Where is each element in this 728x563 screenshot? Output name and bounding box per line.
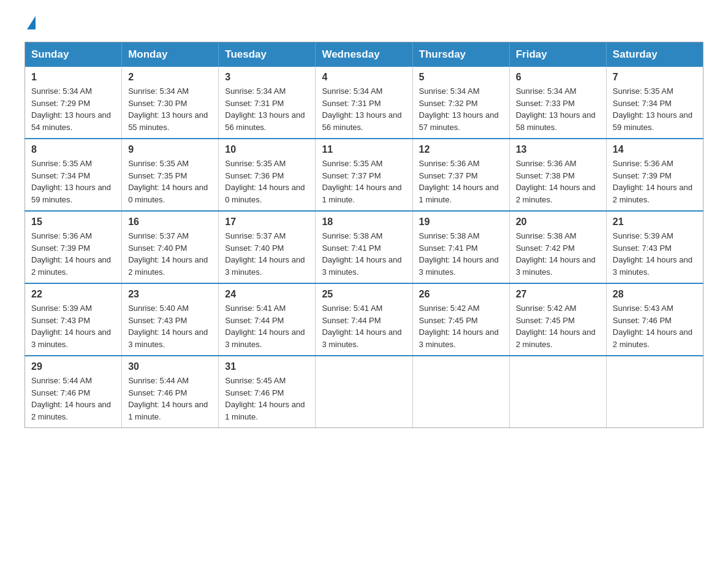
day-number: 26 [419, 289, 503, 300]
calendar-cell: 12 Sunrise: 5:36 AMSunset: 7:37 PMDaylig… [412, 139, 509, 211]
day-number: 16 [128, 216, 212, 228]
header-thursday: Thursday [412, 42, 509, 67]
day-info: Sunrise: 5:34 AMSunset: 7:32 PMDaylight:… [419, 86, 499, 132]
day-info: Sunrise: 5:37 AMSunset: 7:40 PMDaylight:… [128, 231, 208, 277]
calendar-cell [509, 356, 606, 428]
calendar-cell: 14 Sunrise: 5:36 AMSunset: 7:39 PMDaylig… [606, 139, 703, 211]
header-friday: Friday [509, 42, 606, 67]
day-number: 27 [516, 289, 600, 300]
logo [25, 18, 36, 29]
calendar-cell: 1 Sunrise: 5:34 AMSunset: 7:29 PMDayligh… [25, 67, 122, 139]
calendar-cell: 4 Sunrise: 5:34 AMSunset: 7:31 PMDayligh… [316, 67, 412, 139]
day-number: 18 [322, 216, 406, 228]
day-info: Sunrise: 5:37 AMSunset: 7:40 PMDaylight:… [225, 231, 305, 277]
calendar-cell: 20 Sunrise: 5:38 AMSunset: 7:42 PMDaylig… [509, 211, 606, 283]
day-info: Sunrise: 5:42 AMSunset: 7:45 PMDaylight:… [516, 304, 596, 349]
calendar-cell: 30 Sunrise: 5:44 AMSunset: 7:46 PMDaylig… [122, 356, 219, 428]
calendar-week-row: 8 Sunrise: 5:35 AMSunset: 7:34 PMDayligh… [25, 139, 703, 211]
day-info: Sunrise: 5:34 AMSunset: 7:30 PMDaylight:… [128, 86, 208, 132]
day-number: 13 [516, 144, 600, 155]
day-info: Sunrise: 5:42 AMSunset: 7:45 PMDaylight:… [419, 304, 499, 349]
day-number: 15 [31, 216, 115, 228]
day-info: Sunrise: 5:38 AMSunset: 7:41 PMDaylight:… [322, 231, 401, 277]
day-info: Sunrise: 5:34 AMSunset: 7:31 PMDaylight:… [225, 86, 305, 132]
day-info: Sunrise: 5:35 AMSunset: 7:35 PMDaylight:… [128, 159, 208, 204]
calendar-cell: 27 Sunrise: 5:42 AMSunset: 7:45 PMDaylig… [509, 283, 606, 356]
calendar-header-row: SundayMondayTuesdayWednesdayThursdayFrid… [25, 42, 703, 67]
day-number: 9 [128, 144, 212, 155]
day-number: 25 [322, 289, 406, 300]
header-wednesday: Wednesday [316, 42, 412, 67]
calendar-cell [316, 356, 412, 428]
day-info: Sunrise: 5:38 AMSunset: 7:41 PMDaylight:… [419, 231, 499, 277]
day-number: 8 [31, 144, 115, 155]
calendar-cell: 2 Sunrise: 5:34 AMSunset: 7:30 PMDayligh… [122, 67, 219, 139]
calendar-cell: 11 Sunrise: 5:35 AMSunset: 7:37 PMDaylig… [316, 139, 412, 211]
calendar-cell [412, 356, 509, 428]
calendar-cell: 31 Sunrise: 5:45 AMSunset: 7:46 PMDaylig… [219, 356, 316, 428]
day-number: 3 [225, 72, 309, 83]
day-number: 28 [613, 289, 697, 300]
day-number: 23 [128, 289, 212, 300]
day-info: Sunrise: 5:38 AMSunset: 7:42 PMDaylight:… [516, 231, 596, 277]
calendar-cell: 8 Sunrise: 5:35 AMSunset: 7:34 PMDayligh… [25, 139, 122, 211]
calendar-cell: 9 Sunrise: 5:35 AMSunset: 7:35 PMDayligh… [122, 139, 219, 211]
day-info: Sunrise: 5:44 AMSunset: 7:46 PMDaylight:… [128, 376, 208, 421]
day-number: 7 [613, 72, 697, 83]
calendar-cell: 24 Sunrise: 5:41 AMSunset: 7:44 PMDaylig… [219, 283, 316, 356]
calendar-week-row: 29 Sunrise: 5:44 AMSunset: 7:46 PMDaylig… [25, 356, 703, 428]
day-number: 20 [516, 216, 600, 228]
day-number: 17 [225, 216, 309, 228]
calendar-cell: 29 Sunrise: 5:44 AMSunset: 7:46 PMDaylig… [25, 356, 122, 428]
header-area [25, 18, 703, 29]
day-number: 24 [225, 289, 309, 300]
calendar-table: SundayMondayTuesdayWednesdayThursdayFrid… [25, 42, 703, 428]
calendar-cell: 18 Sunrise: 5:38 AMSunset: 7:41 PMDaylig… [316, 211, 412, 283]
day-info: Sunrise: 5:43 AMSunset: 7:46 PMDaylight:… [613, 304, 692, 349]
calendar-cell: 13 Sunrise: 5:36 AMSunset: 7:38 PMDaylig… [509, 139, 606, 211]
day-info: Sunrise: 5:36 AMSunset: 7:38 PMDaylight:… [516, 159, 596, 204]
calendar-cell: 5 Sunrise: 5:34 AMSunset: 7:32 PMDayligh… [412, 67, 509, 139]
day-number: 29 [31, 361, 115, 372]
calendar-cell: 26 Sunrise: 5:42 AMSunset: 7:45 PMDaylig… [412, 283, 509, 356]
day-number: 2 [128, 72, 212, 83]
calendar-cell: 28 Sunrise: 5:43 AMSunset: 7:46 PMDaylig… [606, 283, 703, 356]
day-info: Sunrise: 5:41 AMSunset: 7:44 PMDaylight:… [225, 304, 305, 349]
day-info: Sunrise: 5:36 AMSunset: 7:39 PMDaylight:… [613, 159, 692, 204]
calendar-cell: 21 Sunrise: 5:39 AMSunset: 7:43 PMDaylig… [606, 211, 703, 283]
calendar-cell: 16 Sunrise: 5:37 AMSunset: 7:40 PMDaylig… [122, 211, 219, 283]
day-info: Sunrise: 5:34 AMSunset: 7:33 PMDaylight:… [516, 86, 596, 132]
day-number: 6 [516, 72, 600, 83]
header-monday: Monday [122, 42, 219, 67]
day-info: Sunrise: 5:35 AMSunset: 7:34 PMDaylight:… [613, 86, 692, 132]
calendar-week-row: 1 Sunrise: 5:34 AMSunset: 7:29 PMDayligh… [25, 67, 703, 139]
day-number: 12 [419, 144, 503, 155]
day-info: Sunrise: 5:39 AMSunset: 7:43 PMDaylight:… [613, 231, 692, 277]
day-number: 22 [31, 289, 115, 300]
calendar-week-row: 15 Sunrise: 5:36 AMSunset: 7:39 PMDaylig… [25, 211, 703, 283]
calendar-cell: 25 Sunrise: 5:41 AMSunset: 7:44 PMDaylig… [316, 283, 412, 356]
day-info: Sunrise: 5:36 AMSunset: 7:39 PMDaylight:… [31, 231, 111, 277]
calendar-cell: 23 Sunrise: 5:40 AMSunset: 7:43 PMDaylig… [122, 283, 219, 356]
day-info: Sunrise: 5:40 AMSunset: 7:43 PMDaylight:… [128, 304, 208, 349]
day-number: 21 [613, 216, 697, 228]
calendar-cell: 10 Sunrise: 5:35 AMSunset: 7:36 PMDaylig… [219, 139, 316, 211]
calendar-cell: 15 Sunrise: 5:36 AMSunset: 7:39 PMDaylig… [25, 211, 122, 283]
calendar-cell: 6 Sunrise: 5:34 AMSunset: 7:33 PMDayligh… [509, 67, 606, 139]
day-number: 30 [128, 361, 212, 372]
day-info: Sunrise: 5:35 AMSunset: 7:36 PMDaylight:… [225, 159, 305, 204]
day-number: 5 [419, 72, 503, 83]
calendar-cell [606, 356, 703, 428]
calendar-cell: 7 Sunrise: 5:35 AMSunset: 7:34 PMDayligh… [606, 67, 703, 139]
day-info: Sunrise: 5:44 AMSunset: 7:46 PMDaylight:… [31, 376, 111, 421]
header-tuesday: Tuesday [219, 42, 316, 67]
day-info: Sunrise: 5:34 AMSunset: 7:29 PMDaylight:… [31, 86, 111, 132]
day-number: 19 [419, 216, 503, 228]
day-number: 4 [322, 72, 406, 83]
day-info: Sunrise: 5:35 AMSunset: 7:37 PMDaylight:… [322, 159, 401, 204]
day-number: 10 [225, 144, 309, 155]
day-number: 1 [31, 72, 115, 83]
header-sunday: Sunday [25, 42, 122, 67]
header-saturday: Saturday [606, 42, 703, 67]
calendar-cell: 19 Sunrise: 5:38 AMSunset: 7:41 PMDaylig… [412, 211, 509, 283]
